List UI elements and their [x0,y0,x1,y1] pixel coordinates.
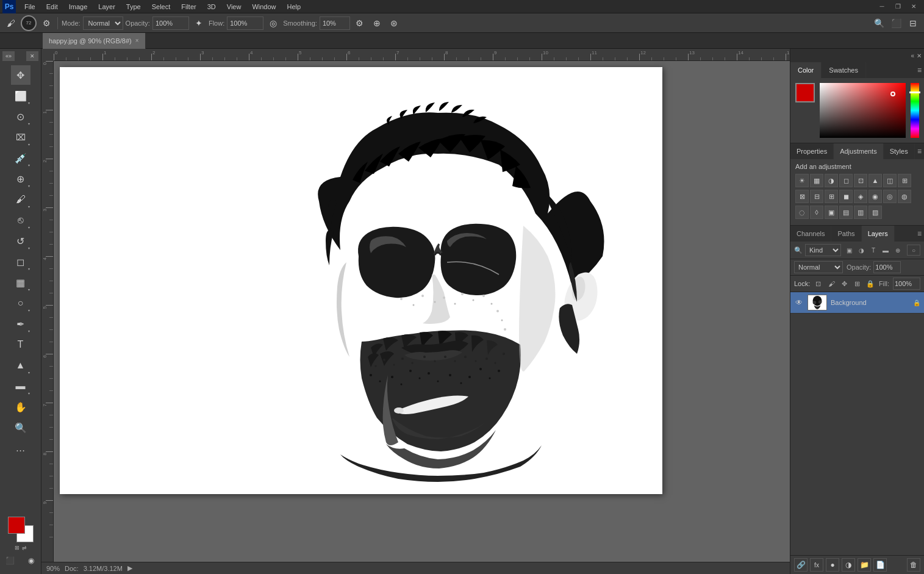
smoothing-input[interactable] [320,16,350,30]
document-tab-close[interactable]: × [135,37,139,44]
menu-file[interactable]: File [20,2,40,12]
lock-image-btn[interactable]: 🖌 [827,278,836,289]
new-layer-btn[interactable]: 📄 [873,558,887,572]
tab-paths[interactable]: Paths [831,226,861,242]
adj-extra1[interactable]: ▤ [839,206,853,219]
tab-styles[interactable]: Styles [884,143,915,159]
layers-filter-kind[interactable]: Kind [805,244,841,256]
layer-fx-btn[interactable]: fx [810,558,823,572]
adj-channel-mixer[interactable]: ⊟ [810,190,823,203]
brush-preview[interactable]: 72 [21,15,37,31]
adj-levels[interactable]: ▦ [810,174,823,187]
adj-exposure[interactable]: ◻ [839,174,853,187]
adj-pattern[interactable]: ▣ [825,206,838,219]
lock-artboard-btn[interactable]: ⊞ [853,278,862,289]
status-arrow[interactable]: ▶ [127,564,132,572]
adj-posterize[interactable]: ◈ [854,190,867,203]
filter-toggle[interactable]: ○ [907,245,920,256]
document-tab[interactable]: happy.jpg @ 90% (RGB/8#) × [43,33,146,49]
adj-invert[interactable]: ◼ [839,190,853,203]
tab-layers[interactable]: Layers [862,226,895,242]
more-tools[interactable]: … [11,439,30,458]
history-brush-tool[interactable]: ↺▾ [11,231,30,251]
layout-icon[interactable]: ⊟ [906,16,920,30]
adj-color-lookup[interactable]: ⊞ [825,190,838,203]
color-spectrum[interactable] [820,83,906,138]
dodge-tool[interactable]: ○▾ [11,293,30,313]
tab-adjustments[interactable]: Adjustments [834,143,884,159]
zoom-tool[interactable]: 🔍 [11,418,30,437]
lasso-tool[interactable]: ⊙▾ [11,107,30,126]
menu-help[interactable]: Help [282,2,306,12]
flow-input[interactable] [227,16,263,30]
adj-color-balance[interactable]: ◫ [883,174,897,187]
pressure-icon[interactable]: ⊕ [370,16,384,30]
eyedropper-tool[interactable]: 💉▾ [11,148,30,168]
lock-all-btn[interactable]: 🔒 [866,278,875,289]
tab-channels[interactable]: Channels [790,226,831,242]
adj-curves[interactable]: ◑ [825,174,838,187]
blend-mode-select[interactable]: Normal [794,261,843,273]
lock-transparent-btn[interactable]: ⊡ [814,278,823,289]
layer-eye-icon[interactable]: 👁 [794,298,804,307]
pen-tool[interactable]: ✒▾ [11,314,30,334]
menu-window[interactable]: Window [247,2,281,12]
eraser-tool[interactable]: ◻▾ [11,252,30,271]
search-icon[interactable]: 🔍 [872,16,886,30]
adj-extra3[interactable]: ▧ [868,206,882,219]
tab-color[interactable]: Color [790,62,822,78]
color-gradient[interactable] [820,83,906,138]
minimize-button[interactable]: ─ [874,0,890,13]
zoom-fit-icon[interactable]: ⬛ [889,16,903,30]
new-group-btn[interactable]: 📁 [858,558,871,572]
lock-position-btn[interactable]: ✥ [840,278,849,289]
layers-panel-menu[interactable]: ≡ [917,229,922,238]
airbrush-icon[interactable]: ✦ [192,16,206,30]
layer-adjustment-btn[interactable]: ◑ [842,558,855,572]
color-panel-menu[interactable]: ≡ [917,66,922,74]
adj-fill[interactable]: ◌ [795,206,809,219]
spot-heal-tool[interactable]: ⊕▾ [11,169,30,188]
filter-adjust-icon[interactable]: ◑ [856,245,867,256]
brush-tool-icon[interactable]: 🖌 [4,16,18,30]
adj-hue-sat[interactable]: ▲ [868,174,882,187]
opacity-input[interactable] [152,16,189,30]
adj-selective-color[interactable]: ◍ [898,190,911,203]
menu-type[interactable]: Type [121,2,146,12]
filter-type-icon[interactable]: T [868,245,879,256]
shape-tool[interactable]: ▬▾ [11,376,30,396]
screen-mode-btn[interactable]: ⬛ [1,554,20,567]
menu-layer[interactable]: Layer [93,2,120,12]
canvas-container[interactable] [54,61,790,562]
clone-stamp-tool[interactable]: ⎋▾ [11,210,30,230]
adj-panel-menu[interactable]: ≡ [917,147,922,156]
menu-filter[interactable]: Filter [176,2,201,12]
menu-view[interactable]: View [222,2,246,12]
menu-edit[interactable]: Edit [41,2,63,12]
quick-mask-btn[interactable]: ◉ [21,554,41,567]
adj-bw[interactable]: ⊞ [898,174,911,187]
delete-layer-btn[interactable]: 🗑 [907,558,920,572]
layer-link-btn[interactable]: 🔗 [794,558,808,572]
panel-expand-btn[interactable]: « [911,52,914,59]
hand-tool[interactable]: ✋ [11,397,30,417]
swap-colors-icon[interactable]: ⇌ [22,545,27,551]
move-tool[interactable]: ✥ [11,65,30,85]
fg-color-swatch[interactable] [8,517,25,534]
adj-gradient[interactable]: ◊ [810,206,823,219]
tab-swatches[interactable]: Swatches [822,62,866,78]
left-panel-close[interactable]: ✕ [26,51,38,61]
flow-icon[interactable]: ◎ [266,16,281,30]
layer-background[interactable]: 👁 Background 🔒 [790,292,924,314]
filter-shape-icon[interactable]: ▬ [880,245,891,256]
menu-3d[interactable]: 3D [202,2,221,12]
left-panel-collapse[interactable]: «» [2,51,15,61]
canvas-frame[interactable] [60,67,662,494]
reset-colors-icon[interactable]: ⊠ [15,545,20,551]
menu-select[interactable]: Select [147,2,176,12]
crop-tool[interactable]: ⌧▾ [11,127,30,147]
symmetry-icon[interactable]: ⊛ [387,16,401,30]
tab-properties[interactable]: Properties [790,143,834,159]
opacity-value-input[interactable] [873,261,901,273]
adj-threshold[interactable]: ◉ [868,190,882,203]
